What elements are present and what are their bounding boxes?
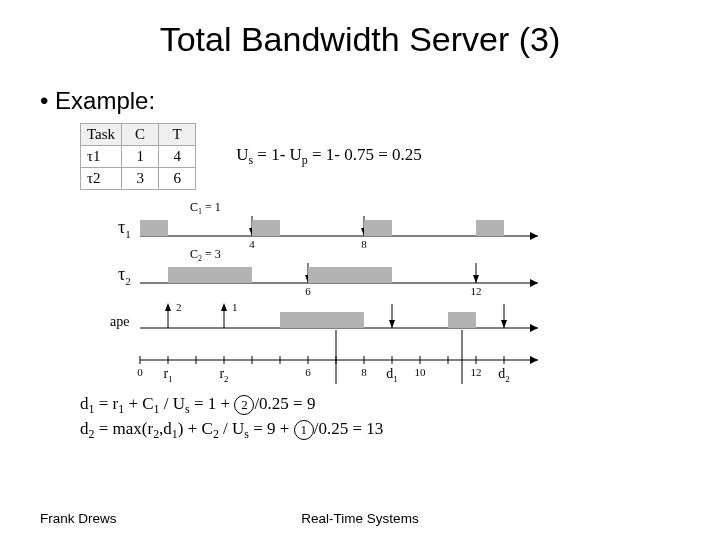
th-task: Task [81,124,122,146]
svg-text:d1: d1 [386,366,398,384]
label-tau1-i: 1 [125,228,131,240]
label-c1: C [190,200,198,214]
timeline-diagram: τ1 C1 = 1 4 8 τ2 C2 = [80,198,680,388]
cell: τ2 [81,168,122,190]
svg-rect-29 [308,312,364,328]
cell: 4 [159,146,196,168]
label-tau2-i: 2 [125,275,131,287]
tick: 10 [415,366,427,378]
cell: 3 [122,168,159,190]
bullet-example: • Example: [40,87,680,115]
label-d2: d [498,366,505,381]
th-c: C [122,124,159,146]
label-tau1: τ [118,217,125,237]
task-table: Task C T τ1 1 4 τ2 3 6 [80,123,196,190]
footer-author: Frank Drews [40,511,117,526]
label-d1: d [386,366,393,381]
arrival-cost: 2 [176,301,182,313]
equation-d2: d2 = max(r2,d1) + C2 / Us = 9 + 1/0.25 =… [80,419,680,442]
label-d1-i: 1 [393,374,398,384]
svg-marker-27 [221,303,227,311]
th-t: T [159,124,196,146]
svg-rect-28 [280,312,308,328]
tick: 12 [471,285,482,297]
tick: 4 [249,238,255,250]
svg-rect-20 [168,267,252,283]
tick: 0 [137,366,143,378]
svg-marker-34 [501,320,507,328]
svg-text:r2: r2 [219,366,228,384]
tick: 8 [361,366,367,378]
cell: 1 [122,146,159,168]
cell: τ1 [81,146,122,168]
bullet-text: Example: [55,87,155,114]
svg-marker-15 [530,279,538,287]
svg-text:r1: r1 [163,366,172,384]
svg-rect-9 [252,220,280,236]
equation-d1: d1 = r1 + C1 / Us = 1 + 2/0.25 = 9 [80,394,680,417]
svg-rect-11 [476,220,504,236]
tick: 12 [471,366,482,378]
tick: 6 [305,366,311,378]
circled-value: 1 [294,420,314,440]
label-d2-i: 2 [505,374,510,384]
txt: = 1- U [253,145,302,164]
tick: 8 [361,238,367,250]
svg-marker-25 [165,303,171,311]
svg-text:τ2: τ2 [118,264,131,287]
txt: = 1- 0.75 = 0.25 [308,145,422,164]
svg-rect-21 [308,267,392,283]
label-c2: C [190,247,198,261]
formula-us: Us = 1- Up = 1- 0.75 = 0.25 [236,145,422,168]
svg-marker-19 [473,275,479,283]
svg-text:C1 = 1: C1 = 1 [190,200,221,216]
svg-text:τ1: τ1 [118,217,131,240]
footer-course: Real-Time Systems [301,511,418,526]
svg-rect-8 [140,220,168,236]
equations: d1 = r1 + C1 / Us = 1 + 2/0.25 = 9 d2 = … [80,394,680,443]
svg-text:C2 = 3: C2 = 3 [190,247,221,263]
txt: U [236,145,248,164]
circled-value: 2 [234,395,254,415]
label-c2-v: = 3 [202,247,221,261]
arrival-cost: 1 [232,301,238,313]
svg-text:d2: d2 [498,366,510,384]
label-tau2: τ [118,264,125,284]
svg-marker-3 [530,232,538,240]
label-ape: ape [110,314,129,329]
label-r1-i: 1 [168,374,173,384]
svg-marker-23 [530,324,538,332]
cell: 6 [159,168,196,190]
svg-marker-32 [389,320,395,328]
tick: 6 [305,285,311,297]
table-row: τ1 1 4 [81,146,196,168]
svg-rect-30 [448,312,476,328]
label-c1-v: = 1 [202,200,221,214]
page-title: Total Bandwidth Server (3) [40,20,680,59]
svg-marker-36 [530,356,538,364]
svg-rect-10 [364,220,392,236]
label-r2-i: 2 [224,374,229,384]
table-row: τ2 3 6 [81,168,196,190]
